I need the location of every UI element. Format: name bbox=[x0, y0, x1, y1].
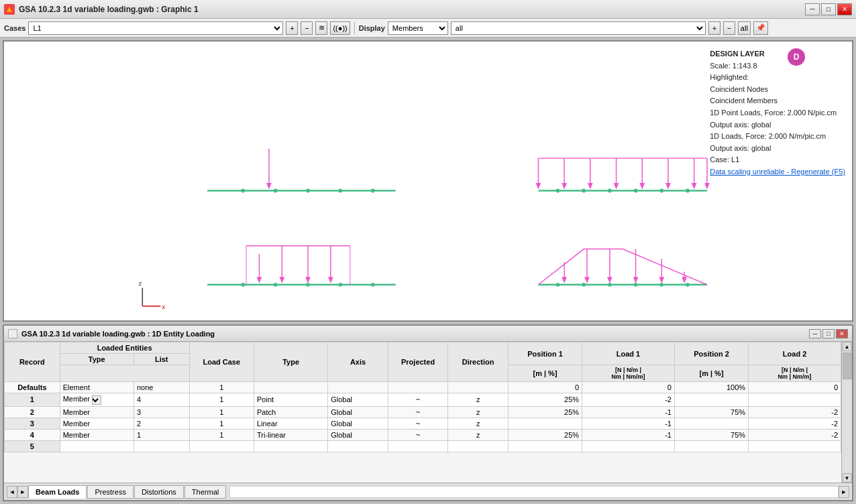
col-header-direction: Direction bbox=[448, 342, 509, 382]
svg-point-11 bbox=[556, 189, 560, 193]
svg-marker-66 bbox=[633, 277, 639, 284]
bottom-restore-button[interactable]: □ bbox=[822, 329, 835, 338]
legend-area: DESIGN LAYER Scale: 1:143.8 Highlighted:… bbox=[710, 48, 845, 178]
restore-button[interactable]: □ bbox=[821, 3, 836, 15]
tab-thermal[interactable]: Thermal bbox=[184, 485, 226, 499]
col-header-load-case: Load Case bbox=[189, 342, 254, 382]
vertical-scrollbar[interactable]: ▲ ▼ bbox=[841, 342, 852, 483]
tab-scroll-area[interactable] bbox=[229, 486, 839, 498]
remove-display-button[interactable]: − bbox=[723, 21, 735, 35]
row-2-direction: z bbox=[448, 406, 509, 418]
col-header-units-pos2: [m | %] bbox=[674, 365, 748, 382]
defaults-loadtype bbox=[254, 382, 328, 393]
svg-point-14 bbox=[634, 189, 638, 193]
row-5-pos2 bbox=[674, 440, 748, 452]
all-button[interactable]: all bbox=[738, 21, 751, 35]
table-row[interactable]: 2 Member 3 1 Patch Global ~ z 25% -1 75%… bbox=[5, 406, 841, 418]
svg-marker-70 bbox=[682, 277, 687, 284]
add-display-button[interactable]: + bbox=[708, 21, 720, 35]
svg-point-4 bbox=[274, 189, 278, 193]
svg-marker-33 bbox=[704, 183, 710, 190]
data-table: Record Loaded Entities Load Case Type Ax… bbox=[4, 342, 841, 452]
all-select[interactable]: all bbox=[451, 21, 706, 35]
row-1-direction: z bbox=[448, 393, 509, 407]
tab-distortions[interactable]: Distortions bbox=[134, 485, 184, 499]
row-1-pos2 bbox=[674, 393, 748, 407]
svg-point-53 bbox=[582, 283, 586, 287]
table-row[interactable]: 5 bbox=[5, 440, 841, 452]
scroll-down-btn[interactable]: ▼ bbox=[843, 473, 852, 483]
col-header-type-sub: Type bbox=[60, 354, 133, 365]
defaults-loadcase: 1 bbox=[189, 382, 254, 393]
display-select[interactable]: Members bbox=[388, 21, 448, 35]
wave-button[interactable]: ≋ bbox=[315, 21, 327, 35]
defaults-pos2: 100% bbox=[674, 382, 748, 393]
row-2-list: 3 bbox=[133, 406, 189, 418]
row-2-pos2: 75% bbox=[674, 406, 748, 418]
remove-case-button[interactable]: − bbox=[301, 21, 313, 35]
tab-scroll-right-btn[interactable]: ► bbox=[839, 486, 849, 498]
app-icon bbox=[4, 4, 15, 15]
legend-loads-1d: 1D Loads, Force: 2.000 N/m/pic.cm bbox=[710, 131, 845, 143]
svg-text:z: z bbox=[139, 279, 142, 287]
col-header-empty bbox=[60, 365, 189, 382]
col-header-list: List bbox=[133, 354, 189, 365]
table-row[interactable]: 1 Member ▼ 4 1 Point Global ~ z 25% -2 bbox=[5, 393, 841, 407]
col-header-load-1: Load 1 bbox=[582, 342, 675, 365]
minimize-button[interactable]: ─ bbox=[805, 3, 820, 15]
row-5-direction bbox=[448, 440, 509, 452]
row-1-load1: -2 bbox=[582, 393, 675, 407]
add-case-button[interactable]: + bbox=[286, 21, 298, 35]
scroll-up-btn[interactable]: ▲ bbox=[843, 342, 852, 351]
window-title: GSA 10.2.3 1d variable loading.gwb : Gra… bbox=[19, 5, 199, 14]
svg-marker-21 bbox=[561, 183, 567, 190]
pin-button[interactable]: 📌 bbox=[753, 21, 768, 35]
col-header-load-2: Load 2 bbox=[749, 342, 841, 365]
legend-warning-link[interactable]: Data scaling unreliable - Regenerate (F5… bbox=[710, 166, 845, 178]
row-4-loadcase: 1 bbox=[189, 429, 254, 440]
svg-point-16 bbox=[686, 189, 690, 193]
bottom-close-button[interactable]: ✕ bbox=[836, 329, 848, 338]
svg-marker-50 bbox=[328, 277, 333, 284]
row-2-load2: -2 bbox=[749, 406, 841, 418]
bottom-window-title: GSA 10.2.3 1d variable loading.gwb : 1D … bbox=[21, 330, 215, 338]
col-header-units-load1: [N | N/m |Nm | Nm/m] bbox=[582, 365, 675, 382]
title-bar-controls: ─ □ ✕ bbox=[805, 3, 852, 15]
row-3-record: 3 bbox=[5, 418, 60, 429]
bottom-window-icon bbox=[8, 329, 17, 338]
close-button[interactable]: ✕ bbox=[837, 3, 852, 15]
col-header-record: Record bbox=[5, 342, 60, 382]
svg-marker-48 bbox=[305, 277, 311, 284]
row-3-direction: z bbox=[448, 418, 509, 429]
tab-prestress[interactable]: Prestress bbox=[87, 485, 133, 499]
row-2-pos1: 25% bbox=[508, 406, 582, 418]
row-3-loadtype: Linear bbox=[254, 418, 328, 429]
legend-case: Case: L1 bbox=[710, 154, 845, 166]
col-header-units-load2: [N | N/m |Nm | Nm/m] bbox=[749, 365, 841, 382]
svg-marker-44 bbox=[257, 277, 262, 284]
row-3-loadcase: 1 bbox=[189, 418, 254, 429]
table-scroll[interactable]: Record Loaded Entities Load Case Type Ax… bbox=[4, 342, 841, 483]
svg-point-36 bbox=[274, 283, 278, 287]
tab-beam-loads[interactable]: Beam Loads bbox=[28, 485, 87, 499]
bottom-minimize-button[interactable]: ─ bbox=[809, 329, 821, 338]
radio-button[interactable]: ((●)) bbox=[330, 21, 350, 35]
row-5-axis bbox=[328, 440, 388, 452]
table-row[interactable]: 4 Member 1 1 Tri-linear Global ~ z 25% -… bbox=[5, 429, 841, 440]
row-3-list: 2 bbox=[133, 418, 189, 429]
defaults-record: Defaults bbox=[5, 382, 60, 393]
tab-next-btn[interactable]: ► bbox=[17, 486, 28, 498]
tab-prev-btn[interactable]: ◄ bbox=[7, 486, 17, 498]
main-toolbar: Cases L1 + − ≋ ((●)) Display Members all… bbox=[0, 19, 856, 38]
defaults-load2: 0 bbox=[749, 382, 841, 393]
svg-point-6 bbox=[338, 189, 342, 193]
scroll-thumb[interactable] bbox=[843, 353, 852, 379]
svg-marker-25 bbox=[614, 183, 619, 190]
cases-select[interactable]: L1 bbox=[28, 21, 283, 35]
row-2-record: 2 bbox=[5, 406, 60, 418]
defaults-load1: 0 bbox=[582, 382, 675, 393]
svg-point-7 bbox=[371, 189, 375, 193]
table-row[interactable]: 3 Member 2 1 Linear Global ~ z -1 -2 bbox=[5, 418, 841, 429]
defaults-type: Element bbox=[60, 382, 133, 393]
row-5-type bbox=[60, 440, 133, 452]
